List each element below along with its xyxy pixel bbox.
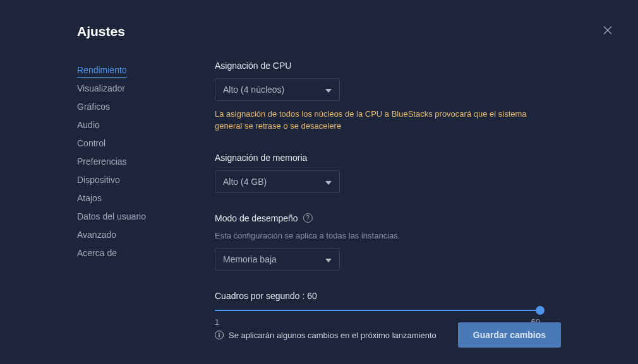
footer-note: Se aplicarán algunos cambios en el próxi… [215, 331, 436, 340]
sidebar-item-label: Atajos [77, 193, 102, 203]
slider-thumb[interactable] [536, 306, 545, 315]
svg-rect-3 [219, 334, 219, 338]
footer: Se aplicarán algunos cambios en el próxi… [215, 322, 561, 348]
memory-dropdown-value: Alto (4 GB) [223, 177, 267, 187]
main-panel: Asignación de CPU Alto (4 núcleos) La as… [145, 54, 638, 347]
sidebar: Rendimiento Visualizador Gráficos Audio … [0, 54, 145, 347]
slider-track [215, 310, 540, 311]
chevron-down-icon [325, 177, 332, 187]
performance-label-text: Modo de desempeño [215, 213, 298, 223]
sidebar-item-visualizador[interactable]: Visualizador [77, 79, 145, 97]
fps-section: Cuadros por segundo : 60 1 60 [215, 291, 561, 327]
sidebar-item-preferencias[interactable]: Preferencias [77, 152, 145, 170]
fps-label-prefix: Cuadros por segundo : [215, 291, 307, 301]
svg-point-2 [219, 332, 220, 334]
performance-sublabel: Esta configuración se aplica a todas las… [215, 231, 561, 240]
cpu-warning: La asignación de todos los núcleos de la… [215, 109, 550, 132]
save-button[interactable]: Guardar cambios [458, 322, 561, 348]
sidebar-item-graficos[interactable]: Gráficos [77, 97, 145, 115]
performance-section: Modo de desempeño ? Esta configuración s… [215, 213, 561, 271]
chevron-down-icon [325, 85, 332, 95]
sidebar-item-label: Gráficos [77, 102, 110, 112]
sidebar-item-dispositivo[interactable]: Dispositivo [77, 170, 145, 189]
performance-dropdown[interactable]: Memoria baja [215, 248, 340, 271]
sidebar-item-label: Dispositivo [77, 175, 120, 185]
sidebar-item-label: Datos del usuario [77, 211, 146, 221]
memory-dropdown[interactable]: Alto (4 GB) [215, 170, 340, 193]
sidebar-item-atajos[interactable]: Atajos [77, 189, 145, 207]
memory-section: Asignación de memoria Alto (4 GB) [215, 153, 561, 193]
cpu-section: Asignación de CPU Alto (4 núcleos) La as… [215, 61, 561, 132]
sidebar-item-label: Control [77, 138, 105, 148]
close-icon [603, 26, 612, 35]
performance-label: Modo de desempeño ? [215, 213, 561, 223]
page-title: Ajustes [77, 24, 125, 39]
sidebar-item-datos-usuario[interactable]: Datos del usuario [77, 207, 145, 225]
help-icon[interactable]: ? [303, 213, 313, 223]
chevron-down-icon [325, 254, 332, 264]
sidebar-item-control[interactable]: Control [77, 134, 145, 152]
sidebar-item-audio[interactable]: Audio [77, 115, 145, 134]
info-icon [215, 331, 224, 339]
cpu-dropdown[interactable]: Alto (4 núcleos) [215, 78, 340, 101]
fps-label: Cuadros por segundo : 60 [215, 291, 561, 301]
cpu-dropdown-value: Alto (4 núcleos) [223, 85, 284, 95]
fps-value: 60 [307, 291, 317, 301]
sidebar-item-label: Acerca de [77, 248, 117, 258]
sidebar-item-label: Avanzado [77, 230, 116, 240]
footer-note-text: Se aplicarán algunos cambios en el próxi… [229, 331, 436, 340]
close-button[interactable] [603, 25, 613, 35]
cpu-label: Asignación de CPU [215, 61, 561, 71]
sidebar-item-avanzado[interactable]: Avanzado [77, 225, 145, 244]
sidebar-item-label: Audio [77, 120, 100, 130]
sidebar-item-acerca-de[interactable]: Acerca de [77, 244, 145, 262]
sidebar-item-label: Rendimiento [77, 65, 127, 78]
sidebar-item-rendimiento[interactable]: Rendimiento [77, 61, 145, 79]
sidebar-item-label: Preferencias [77, 156, 127, 167]
memory-label: Asignación de memoria [215, 153, 561, 163]
performance-dropdown-value: Memoria baja [223, 254, 277, 264]
sidebar-item-label: Visualizador [77, 83, 125, 93]
